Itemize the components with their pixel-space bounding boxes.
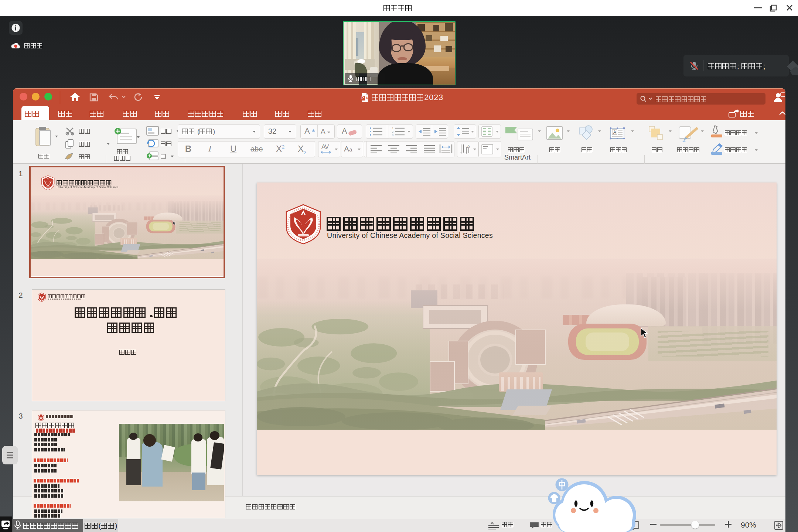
svg-text:2: 2 — [392, 130, 393, 133]
svg-text:A: A — [467, 144, 470, 149]
svg-text:1: 1 — [392, 127, 393, 130]
svg-text:P: P — [361, 96, 364, 100]
svg-text:3: 3 — [392, 134, 393, 136]
svg-text:A: A — [613, 130, 616, 135]
